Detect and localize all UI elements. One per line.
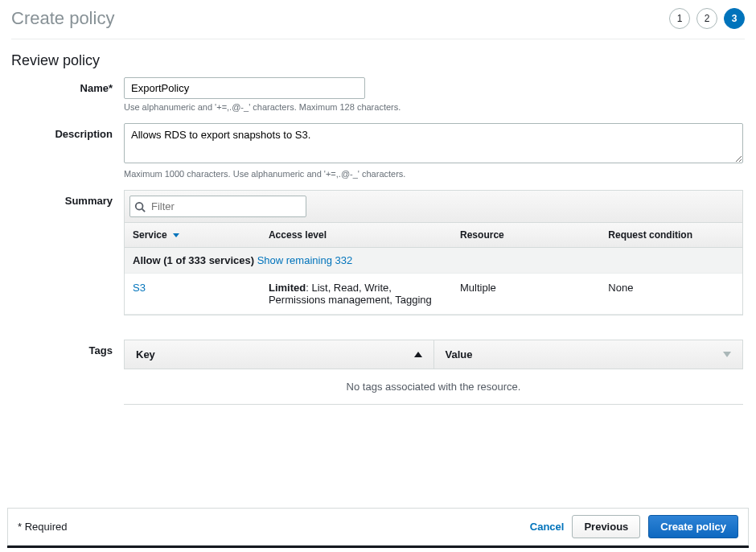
tags-empty-message: No tags associated with the resource. (124, 369, 743, 405)
required-note: * Required (18, 521, 67, 533)
search-icon (134, 201, 146, 212)
step-1[interactable]: 1 (669, 8, 690, 29)
summary-filter-input[interactable] (129, 196, 306, 217)
col-request-condition[interactable]: Request condition (600, 223, 742, 248)
tags-value-label: Value (446, 348, 473, 360)
sort-desc-icon (723, 352, 731, 357)
create-policy-button[interactable]: Create policy (648, 515, 738, 538)
page-title: Create policy (11, 8, 114, 29)
svg-line-1 (142, 208, 146, 212)
tags-key-label: Key (136, 348, 155, 360)
table-row: S3 Limited: List, Read, Write, Permissio… (125, 274, 742, 315)
wizard-steps: 1 2 3 (669, 8, 745, 29)
col-resource[interactable]: Resource (452, 223, 600, 248)
section-title: Review policy (11, 39, 745, 77)
tags-label: Tags (11, 340, 124, 356)
tags-key-column[interactable]: Key (125, 340, 434, 369)
sort-asc-icon (414, 352, 422, 357)
tags-header: Key Value (124, 340, 743, 369)
name-hint: Use alphanumeric and '+=,.@-_' character… (124, 102, 745, 112)
name-input[interactable] (124, 77, 365, 99)
footer-shadow (7, 546, 749, 548)
condition-cell: None (600, 274, 742, 315)
access-level-prefix: Limited (269, 282, 306, 294)
show-remaining-link[interactable]: Show remaining 332 (257, 254, 353, 266)
summary-panel: Service Access level Resource Request co… (124, 190, 743, 315)
step-3[interactable]: 3 (724, 8, 745, 29)
resource-cell: Multiple (452, 274, 600, 315)
sort-caret-icon (173, 233, 179, 237)
col-service-label: Service (133, 229, 167, 241)
cancel-button[interactable]: Cancel (530, 521, 565, 533)
description-hint: Maximum 1000 characters. Use alphanumeri… (124, 169, 745, 179)
allow-summary-row: Allow (1 of 333 services) Show remaining… (125, 248, 742, 274)
description-label: Description (11, 123, 124, 140)
header: Create policy 1 2 3 (11, 8, 745, 39)
step-2[interactable]: 2 (696, 8, 717, 29)
summary-filter-bar (125, 191, 742, 223)
tags-value-column[interactable]: Value (434, 340, 743, 369)
allow-count-text: Allow (1 of 333 services) (133, 254, 254, 266)
summary-label: Summary (11, 190, 124, 207)
name-label: Name* (11, 77, 124, 94)
col-service[interactable]: Service (125, 223, 261, 248)
svg-point-0 (136, 202, 143, 209)
tags-panel: Key Value No tags associated with the re… (124, 340, 743, 405)
col-access-level[interactable]: Access level (261, 223, 452, 248)
previous-button[interactable]: Previous (572, 515, 640, 538)
footer-bar: * Required Cancel Previous Create policy (7, 508, 749, 546)
summary-table: Service Access level Resource Request co… (125, 223, 742, 315)
description-input[interactable]: Allows RDS to export snapshots to S3. (124, 123, 743, 163)
service-link[interactable]: S3 (133, 282, 146, 294)
